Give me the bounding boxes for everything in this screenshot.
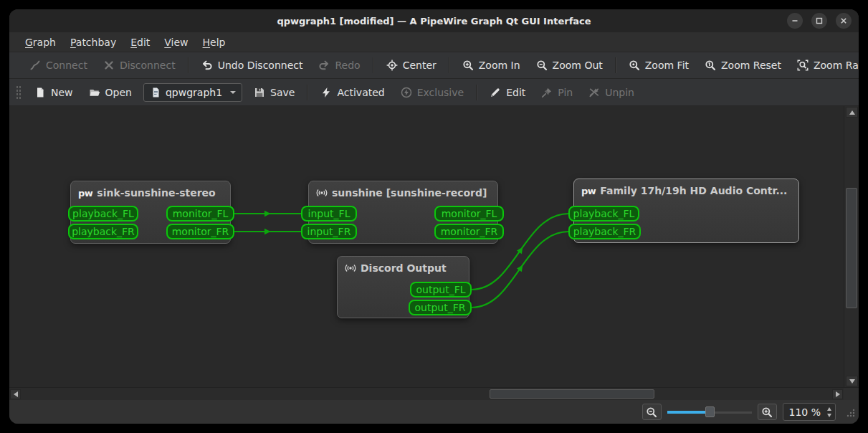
center-button[interactable]: Center — [379, 56, 444, 75]
resize-grip[interactable] — [846, 407, 856, 421]
stream-icon — [345, 262, 356, 274]
zoom-slider[interactable] — [667, 405, 752, 419]
new-label: New — [51, 87, 73, 98]
zoom-out-button[interactable] — [642, 404, 662, 420]
zoom-spinbox[interactable]: 110 % — [783, 403, 836, 421]
menu-graph[interactable]: Graph — [18, 34, 63, 50]
spin-down-button[interactable] — [827, 414, 831, 417]
zoom-fit-button[interactable]: Zoom Fit — [621, 56, 696, 75]
arrow-right-icon — [836, 391, 840, 397]
new-button[interactable]: New — [27, 83, 80, 102]
zoom-slider-handle[interactable] — [705, 406, 715, 417]
spin-up-button[interactable] — [827, 407, 831, 411]
pw-icon: pw — [581, 186, 596, 196]
menu-patchbay[interactable]: Patchbay — [63, 34, 123, 50]
zoom-out-label: Zoom Out — [553, 60, 603, 71]
bolt-icon — [320, 87, 332, 98]
zoom-in-button[interactable]: Zoom In — [455, 56, 528, 75]
toolbar-drag-handle[interactable] — [16, 85, 21, 100]
redo-button: Redo — [311, 56, 367, 75]
disconnect-button: Disconnect — [96, 56, 183, 75]
minimize-icon — [789, 15, 801, 27]
node-header: Discord Output — [338, 257, 469, 274]
toolbar-separator — [188, 57, 189, 73]
maximize-button[interactable] — [811, 13, 827, 29]
save-button[interactable]: Save — [247, 83, 302, 102]
open-icon — [89, 87, 100, 98]
chevron-down-icon — [230, 91, 236, 97]
menu-help[interactable]: Help — [196, 34, 233, 50]
horizontal-scrollbar-thumb[interactable] — [490, 389, 654, 399]
toolbar-separator — [615, 57, 616, 73]
port-monitor_FR[interactable]: monitor_FR — [166, 224, 234, 239]
title-bar: qpwgraph1 [modified] — A PipeWire Graph … — [9, 9, 859, 32]
port-playback_FL[interactable]: playback_FL — [68, 206, 138, 222]
activated-label: Activated — [337, 87, 384, 98]
menu-view[interactable]: View — [157, 34, 195, 50]
port-output_FR[interactable]: output_FR — [409, 300, 472, 315]
newdoc-icon — [34, 87, 46, 98]
unpin-label: Unpin — [605, 87, 634, 98]
status-bar: 110 % — [9, 400, 859, 424]
connection-arrow-icon — [264, 211, 271, 217]
disconnect-label: Disconnect — [120, 60, 176, 71]
canvas-area: pwsink-sunshine-stereoplayback_FLplaybac… — [9, 106, 859, 387]
connect-button: Connect — [22, 56, 95, 75]
edit-button[interactable]: Edit — [482, 83, 533, 102]
node-title: Family 17h/19h HD Audio Contr... — [600, 185, 787, 196]
open-button[interactable]: Open — [82, 83, 139, 102]
vertical-scrollbar-thumb[interactable] — [846, 188, 857, 308]
port-input_FR[interactable]: input_FR — [301, 224, 357, 239]
horizontal-scrollbar[interactable] — [9, 387, 844, 400]
zoomfit-icon — [629, 60, 640, 71]
pencil-icon — [490, 87, 501, 98]
vertical-scrollbar[interactable] — [844, 106, 859, 387]
filedoc-icon — [150, 87, 161, 98]
arrow-up-icon — [849, 110, 855, 115]
zoom-value: 110 % — [789, 406, 821, 418]
node-header: sunshine [sunshine-record] — [309, 181, 497, 199]
open-label: Open — [105, 87, 132, 98]
zoom-range-button[interactable]: Zoom Range — [790, 56, 859, 75]
exclusive-label: Exclusive — [417, 87, 464, 98]
port-playback_FR[interactable]: playback_FR — [68, 224, 138, 239]
zoom-out-button[interactable]: Zoom Out — [529, 56, 610, 75]
connect-icon — [29, 60, 41, 71]
zoomout-icon — [536, 60, 548, 71]
toolbar-separator — [449, 57, 450, 73]
hscroll-row — [9, 387, 859, 400]
disconnect-icon — [103, 60, 115, 71]
port-output_FL[interactable]: output_FL — [410, 282, 472, 298]
patchbay-file-combobox[interactable]: qpwgraph1 — [143, 83, 242, 102]
stream-icon — [316, 187, 328, 199]
save-label: Save — [270, 87, 295, 98]
port-playback_FL[interactable]: playback_FL — [568, 206, 639, 222]
minimize-button[interactable] — [787, 13, 803, 29]
scroll-right-button[interactable] — [832, 389, 843, 399]
unpin-icon — [588, 87, 600, 98]
center-label: Center — [403, 60, 437, 71]
app-window: qpwgraph1 [modified] — A PipeWire Graph … — [9, 9, 859, 424]
scroll-up-button[interactable] — [846, 107, 858, 118]
port-monitor_FL[interactable]: monitor_FL — [434, 206, 504, 222]
maximize-icon — [814, 15, 825, 27]
toolbar-separator — [307, 85, 308, 100]
graph-canvas[interactable]: pwsink-sunshine-stereoplayback_FLplaybac… — [9, 106, 844, 387]
menu-edit[interactable]: Edit — [123, 34, 157, 50]
zoomreset-icon — [705, 60, 716, 71]
close-button[interactable] — [836, 13, 852, 29]
activated-button[interactable]: Activated — [313, 83, 391, 102]
close-icon — [838, 15, 849, 27]
resize-grip-icon — [846, 408, 856, 418]
zoom-reset-button[interactable]: Zoom Reset — [697, 56, 788, 75]
port-playback_FR[interactable]: playback_FR — [568, 224, 641, 239]
scroll-down-button[interactable] — [846, 376, 858, 386]
undo-button[interactable]: Undo Disconnect — [194, 56, 310, 75]
zoom-in-button[interactable] — [758, 404, 777, 420]
port-input_FL[interactable]: input_FL — [301, 206, 357, 222]
zoom-slider-fill — [667, 411, 710, 414]
port-monitor_FR[interactable]: monitor_FR — [434, 224, 504, 239]
port-monitor_FL[interactable]: monitor_FL — [166, 206, 234, 222]
redo-icon — [318, 60, 330, 71]
scroll-left-button[interactable] — [10, 389, 21, 399]
